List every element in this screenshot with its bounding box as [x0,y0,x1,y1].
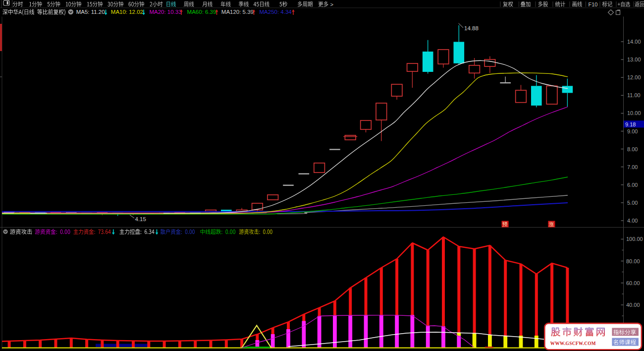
svg-text:5.00: 5.00 [627,200,638,206]
svg-text:WWW.GSCFW.COM: WWW.GSCFW.COM [550,341,596,346]
svg-text:10.00: 10.00 [627,110,641,116]
svg-text:40.00: 40.00 [626,302,640,308]
svg-text:MA10: 12.02: MA10: 12.02 [111,9,143,15]
svg-text:13.00: 13.00 [627,57,641,62]
svg-text:F10: F10 [589,1,598,7]
svg-text:8.00: 8.00 [627,146,638,152]
svg-text:60.00: 60.00 [626,280,640,286]
svg-text:14.00: 14.00 [627,39,641,45]
svg-text:MA5: 11.20: MA5: 11.20 [76,9,105,15]
svg-text:100.00: 100.00 [626,236,643,242]
svg-text:9.18: 9.18 [625,121,636,127]
svg-text:9.00: 9.00 [627,128,638,134]
svg-text:MA250: 4.34: MA250: 4.34 [260,9,292,15]
svg-text:12.00: 12.00 [627,74,641,80]
svg-text:14.88: 14.88 [464,25,479,31]
svg-text:MA120: 5.39: MA120: 5.39 [221,9,254,15]
svg-text:MA60: 6.39: MA60: 6.39 [187,9,216,15]
svg-text:4.15: 4.15 [135,216,146,222]
svg-text:6.00: 6.00 [627,182,638,188]
svg-text:MA20: 10.33: MA20: 10.33 [149,9,181,15]
svg-text:>: > [330,1,333,7]
svg-text:7.00: 7.00 [627,164,638,170]
svg-text:11.00: 11.00 [627,92,641,98]
svg-text:4.00: 4.00 [627,218,638,224]
svg-text:80.00: 80.00 [626,258,640,264]
